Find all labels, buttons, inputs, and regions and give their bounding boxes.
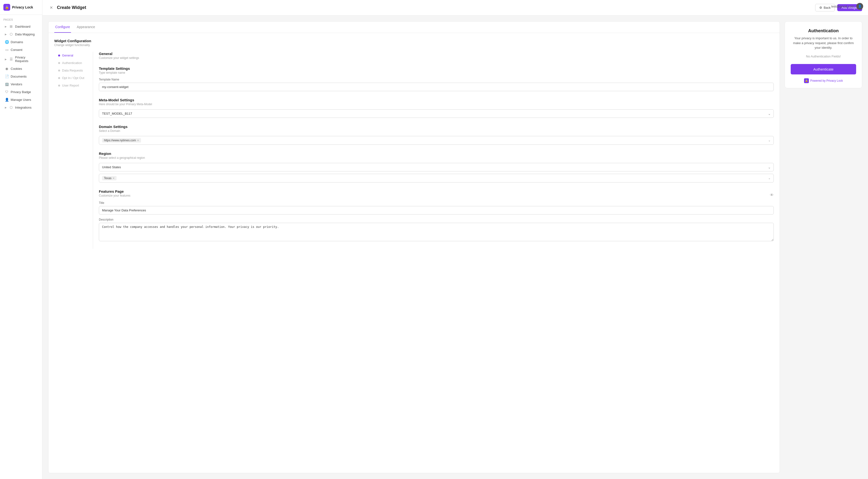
step-dot-general	[58, 55, 60, 57]
step-dot-report	[58, 85, 60, 87]
topbar: test@gmail.com 👤	[827, 0, 868, 12]
preview-title: Authentication	[808, 28, 839, 33]
sidebar-item-data-mapping[interactable]: ▶ ⬡ Data Mapping	[1, 31, 41, 38]
features-title-label: Title	[99, 201, 774, 205]
step-user-report[interactable]: User Report	[54, 82, 93, 89]
sidebar-item-cookies[interactable]: ◉ Cookies	[1, 65, 41, 72]
close-button[interactable]: ✕	[48, 5, 54, 11]
domain-title: Domain Settings	[99, 125, 774, 129]
section-general-title: General	[99, 52, 774, 56]
sidebar-item-vendors[interactable]: 🏢 Vendors	[1, 81, 41, 88]
main-content: test@gmail.com 👤 ✕ Create Widget ⚙ Back …	[42, 0, 868, 479]
domain-tag-close[interactable]: ✕	[137, 139, 139, 142]
step-dot-opt	[58, 77, 60, 79]
privacy-badge-icon: 🛡	[5, 90, 9, 94]
features-title-input[interactable]	[99, 206, 774, 214]
form-panel: Configure Appearance Widget Configuratio…	[48, 21, 780, 473]
region-title: Region	[99, 151, 774, 156]
expand-icon: ▶	[5, 58, 7, 61]
sidebar-label-dashboard: Dashboard	[15, 25, 31, 28]
app-logo[interactable]: 🔒 Privacy Lock	[0, 0, 42, 15]
sidebar: 🔒 Privacy Lock Pages ▶ ⊞ Dashboard ▶ ⬡ D…	[0, 0, 42, 479]
template-title: Template Settings	[99, 66, 774, 70]
template-label: Template Name	[99, 78, 774, 81]
features-title-group: Features Page Customize your features	[99, 189, 130, 201]
sidebar-item-manage-users[interactable]: 👤 Manage Users	[1, 96, 41, 103]
form-fields: General Customize your widget settings T…	[93, 52, 774, 249]
sidebar-item-integrations[interactable]: ▶ ⬡ Integrations	[1, 104, 41, 111]
meta-model-sub: Here should be your Primary Meta-Model	[99, 102, 774, 106]
domain-select[interactable]: https://www.nytimes.com ✕ ⌄	[99, 136, 774, 145]
section-features: Features Page Customize your features 👁 …	[99, 189, 774, 242]
meta-model-value: TEST_MODEL_B117	[102, 112, 132, 115]
features-description-textarea[interactable]	[99, 223, 774, 241]
step-label-opt: Opt In / Opt Out	[62, 76, 84, 80]
sidebar-item-consent[interactable]: ▭ Consent	[1, 46, 41, 53]
meta-model-select[interactable]: TEST_MODEL_B117	[99, 109, 774, 118]
pages-label: Pages	[0, 15, 42, 23]
privacy-requests-icon: ☰	[9, 57, 13, 61]
state-tag-value: Texas	[104, 177, 112, 180]
authenticate-button[interactable]: Authenticate	[791, 64, 856, 74]
section-template: Template Settings Type template name Tem…	[99, 66, 774, 91]
cookies-icon: ◉	[5, 67, 9, 70]
features-desc-label: Description	[99, 218, 774, 221]
state-tag: Texas ✕	[102, 176, 117, 180]
step-dot-data	[58, 69, 60, 71]
country-value: United States	[102, 165, 121, 169]
step-authentication[interactable]: Authentication	[54, 59, 93, 67]
meta-model-title: Meta-Model Settings	[99, 98, 774, 102]
header-left: ✕ Create Widget	[48, 5, 86, 11]
step-label-auth: Authentication	[62, 61, 82, 65]
logo-icon: 🔒	[3, 4, 10, 11]
step-dot-auth	[58, 62, 60, 64]
features-title: Features Page	[99, 189, 130, 193]
preview-card: Authentication Your privacy is important…	[785, 21, 862, 88]
template-sub: Type template name	[99, 71, 774, 74]
tab-appearance[interactable]: Appearance	[76, 22, 96, 33]
features-header: Features Page Customize your features 👁	[99, 189, 774, 201]
sidebar-label-privacy-badge: Privacy Badge	[11, 90, 31, 94]
domain-tag-value: https://www.nytimes.com	[104, 139, 136, 142]
documents-icon: 📄	[5, 74, 9, 78]
preview-description: Your privacy is important to us. In orde…	[791, 36, 856, 50]
widget-config-sub: Change widget functionality.	[54, 43, 774, 47]
sidebar-label-data-mapping: Data Mapping	[15, 32, 35, 36]
domain-sub: Select a Domain	[99, 129, 774, 132]
step-opt-in-out[interactable]: Opt In / Opt Out	[54, 74, 93, 82]
form-steps: General Authentication Data Requests	[54, 52, 93, 249]
section-general-sub: Customize your widget settings	[99, 56, 774, 60]
section-meta-model: Meta-Model Settings Here should be your …	[99, 98, 774, 118]
sidebar-item-domains[interactable]: 🌐 Domains	[1, 38, 41, 46]
region-sub: Please select a geographical region	[99, 156, 774, 159]
sidebar-item-dashboard[interactable]: ▶ ⊞ Dashboard	[1, 23, 41, 30]
expand-icon: ▶	[5, 25, 7, 28]
form-tabs: Configure Appearance	[49, 22, 780, 33]
settings-icon: ⚙	[819, 6, 822, 9]
sidebar-item-privacy-requests[interactable]: ▶ ☰ Privacy Requests	[1, 54, 41, 64]
step-label-data: Data Requests	[62, 69, 83, 72]
template-name-input[interactable]	[99, 83, 774, 91]
integrations-icon: ⬡	[9, 106, 13, 109]
preview-no-auth: No Authentication Fields!	[806, 55, 841, 58]
country-select[interactable]: United States	[99, 163, 774, 171]
state-tag-close[interactable]: ✕	[113, 177, 115, 180]
step-data-requests[interactable]: Data Requests	[54, 67, 93, 74]
step-general[interactable]: General	[54, 52, 93, 59]
page-title: Create Widget	[57, 5, 86, 10]
tab-configure[interactable]: Configure	[54, 22, 71, 33]
data-mapping-icon: ⬡	[9, 32, 13, 36]
visibility-icon[interactable]: 👁	[770, 193, 774, 197]
preview-panel: Authentication Your privacy is important…	[785, 21, 862, 473]
sidebar-item-documents[interactable]: 📄 Documents	[1, 73, 41, 80]
sidebar-item-privacy-badge[interactable]: 🛡 Privacy Badge	[1, 88, 41, 95]
form-layout: General Authentication Data Requests	[54, 52, 774, 249]
sidebar-label-vendors: Vendors	[11, 83, 22, 86]
powered-by[interactable]: 🔒 Powered by Privacy Lock	[804, 78, 843, 83]
features-sub: Customize your features	[99, 194, 130, 197]
consent-icon: ▭	[5, 48, 9, 52]
domain-tag: https://www.nytimes.com ✕	[102, 138, 141, 143]
app-name: Privacy Lock	[12, 5, 33, 9]
expand-icon: ▶	[5, 33, 7, 36]
state-select[interactable]: Texas ✕ ⌄	[99, 174, 774, 183]
